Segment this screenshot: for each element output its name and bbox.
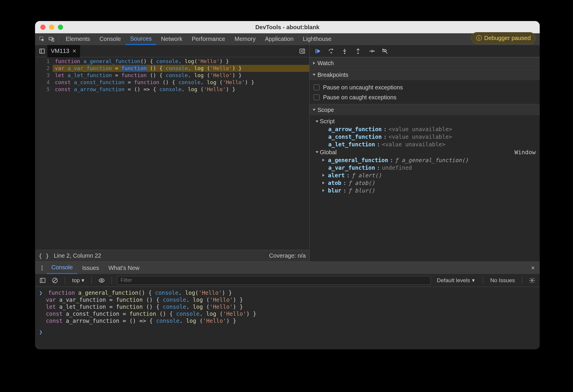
triangle-down-icon <box>316 151 319 153</box>
scope-variable[interactable]: a_var_function: undefined <box>320 164 540 171</box>
divider <box>112 277 112 284</box>
close-tab-icon[interactable]: ✕ <box>72 48 77 54</box>
checkbox-icon[interactable] <box>314 94 320 100</box>
pause-uncaught-row[interactable]: Pause on uncaught exceptions <box>314 82 540 92</box>
tab-memory[interactable]: Memory <box>230 33 260 45</box>
console-toolbar: top▾ Default levels▾ No Issues <box>35 274 540 287</box>
scope-variable[interactable]: blur: ƒ blur() <box>320 187 540 194</box>
code-editor[interactable]: 12345 function a_general_function() { co… <box>35 57 309 250</box>
drawer-kebab-icon[interactable] <box>37 263 47 273</box>
code-line[interactable]: const a_arrow_function = () => { console… <box>53 86 309 93</box>
scope-script-header[interactable]: Script <box>314 117 540 125</box>
svg-point-19 <box>374 51 374 51</box>
console-output[interactable]: ❯ function a_general_function() { consol… <box>35 287 540 349</box>
log-levels-selector[interactable]: Default levels▾ <box>434 277 478 284</box>
scope-variable[interactable]: a_const_function: <value unavailable> <box>320 133 540 141</box>
svg-point-23 <box>41 269 43 270</box>
close-drawer-icon[interactable]: ✕ <box>528 263 537 273</box>
watch-pane-header[interactable]: Watch <box>310 57 540 69</box>
window-title: DevTools - about:blank <box>35 24 540 31</box>
scope-variable[interactable]: a_arrow_function: <value unavailable> <box>320 125 540 133</box>
drawer-tab-what-s-new[interactable]: What's New <box>104 262 144 274</box>
tab-application[interactable]: Application <box>260 33 298 45</box>
debugger-panes: Watch Breakpoints Pause on uncaught exce… <box>310 57 540 261</box>
resume-icon[interactable] <box>314 47 322 55</box>
svg-point-22 <box>41 267 43 268</box>
breakpoints-body: Pause on uncaught exceptions Pause on ca… <box>310 81 540 104</box>
scope-pane-header[interactable]: Scope <box>310 104 540 116</box>
tab-performance[interactable]: Performance <box>187 33 230 45</box>
code-line[interactable]: const a_const_function = function () { c… <box>53 79 309 86</box>
step-out-icon[interactable] <box>354 47 362 55</box>
pause-uncaught-label: Pause on uncaught exceptions <box>323 84 403 91</box>
scope-label: Scope <box>317 107 334 113</box>
breakpoints-pane-header[interactable]: Breakpoints <box>310 69 540 81</box>
code-line[interactable]: var a_var_function = function () { conso… <box>53 65 309 72</box>
console-settings-gear-icon[interactable] <box>527 276 537 285</box>
pretty-print-icon[interactable]: { } <box>39 252 49 259</box>
context-label: top <box>72 277 80 284</box>
console-prompt-icon: ❯ <box>39 329 45 335</box>
drawer-tab-issues[interactable]: Issues <box>77 262 104 274</box>
global-label: Global <box>320 149 337 156</box>
code-line[interactable]: let a_let_function = function () { conso… <box>53 72 309 79</box>
sources-left-pane: VM113 ✕ 12345 function a_general_functio… <box>35 45 310 261</box>
live-expression-icon[interactable] <box>97 276 106 285</box>
global-type: Window <box>515 149 540 156</box>
console-sidebar-toggle-icon[interactable] <box>38 276 47 285</box>
triangle-down-icon <box>313 74 316 76</box>
divider <box>65 277 65 284</box>
console-filter-input[interactable] <box>117 276 431 285</box>
scope-variable[interactable]: a_let_function: <value unavailable> <box>320 141 540 148</box>
scope-global-header[interactable]: GlobalWindow <box>314 148 540 156</box>
tab-elements[interactable]: Elements <box>61 33 95 45</box>
editor-code[interactable]: function a_general_function() { console.… <box>53 57 309 250</box>
drawer: ConsoleIssuesWhat's New ✕ top▾ Default l… <box>35 262 540 349</box>
tab-sources[interactable]: Sources <box>126 33 156 45</box>
divider <box>522 277 522 284</box>
drawer-tabs: ConsoleIssuesWhat's New ✕ <box>35 262 540 274</box>
svg-point-17 <box>358 53 359 53</box>
watch-label: Watch <box>317 60 334 67</box>
svg-point-13 <box>331 52 332 53</box>
clear-console-icon[interactable] <box>50 276 60 285</box>
paused-text: Debugger paused <box>484 35 531 41</box>
device-toggle-icon[interactable] <box>47 34 56 44</box>
tab-network[interactable]: Network <box>156 33 187 45</box>
file-tab-vm113[interactable]: VM113 ✕ <box>47 45 80 57</box>
coverage-status: Coverage: n/a <box>269 252 306 259</box>
step-over-icon[interactable] <box>327 47 335 55</box>
navigator-toggle-icon[interactable] <box>37 46 47 56</box>
main-tabs: ElementsConsoleSourcesNetworkPerformance… <box>35 33 540 45</box>
run-snippet-icon[interactable] <box>297 46 308 56</box>
execution-context-selector[interactable]: top▾ <box>70 277 86 284</box>
console-line: ❯ function a_general_function() { consol… <box>39 289 536 296</box>
checkbox-icon[interactable] <box>314 84 320 90</box>
scope-variable[interactable]: a_general_function: ƒ a_general_function… <box>320 156 540 164</box>
devtools-window: DevTools - about:blank ElementsConsoleSo… <box>35 21 540 349</box>
tab-lighthouse[interactable]: Lighthouse <box>298 33 336 45</box>
script-label: Script <box>320 118 335 125</box>
titlebar: DevTools - about:blank <box>35 21 540 33</box>
debugger-paused-badge: ⓘ Debugger paused <box>471 32 536 44</box>
issues-label: No Issues <box>490 277 515 284</box>
info-icon: ⓘ <box>476 34 482 42</box>
console-line: var a_var_function = function () { conso… <box>39 296 536 303</box>
drawer-tab-console[interactable]: Console <box>47 262 77 274</box>
debugger-toolbar <box>310 45 540 57</box>
pause-caught-row[interactable]: Pause on caught exceptions <box>314 92 540 102</box>
tab-console[interactable]: Console <box>95 33 125 45</box>
svg-marker-12 <box>317 49 320 53</box>
deactivate-breakpoints-icon[interactable] <box>381 47 389 55</box>
svg-rect-11 <box>316 49 317 53</box>
code-line[interactable]: function a_general_function() { console.… <box>53 58 309 65</box>
debugger-pane: ⓘ Debugger paused Watch Breakpoints Paus… <box>310 45 540 261</box>
issues-counter[interactable]: No Issues <box>489 277 517 284</box>
scope-variable[interactable]: alert: ƒ alert() <box>320 171 540 179</box>
step-into-icon[interactable] <box>341 47 349 55</box>
inspect-element-icon[interactable] <box>37 34 47 44</box>
step-icon[interactable] <box>367 47 376 55</box>
chevron-down-icon: ▾ <box>472 277 475 284</box>
console-line: let a_let_function = function () { conso… <box>39 303 536 310</box>
scope-variable[interactable]: atob: ƒ atob() <box>320 179 540 187</box>
